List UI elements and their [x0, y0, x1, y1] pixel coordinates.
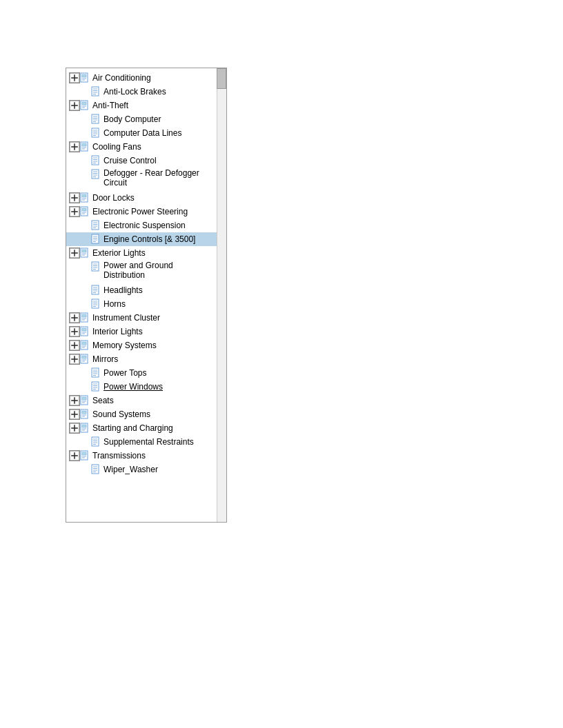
document-icon	[91, 86, 102, 97]
list-item[interactable]: Engine Controls [& 3500]	[66, 232, 217, 246]
page: Air Conditioning Anti-Lock Brakes Anti-T…	[0, 0, 563, 728]
expander-icon[interactable]	[69, 192, 80, 203]
item-label: Power Tops	[103, 368, 146, 378]
list-item[interactable]: Wiper_Washer	[66, 463, 217, 476]
expander-icon[interactable]	[69, 340, 80, 351]
list-item[interactable]: Power and Ground Distribution	[66, 260, 217, 283]
list-item[interactable]: Headlights	[66, 283, 217, 297]
list-item[interactable]: Instrument Cluster	[66, 311, 217, 325]
document-icon	[91, 381, 102, 392]
document-icon	[91, 285, 102, 296]
item-label: Memory Systems	[92, 341, 157, 350]
item-label: Door Locks	[92, 193, 135, 203]
scrollbar[interactable]	[217, 68, 226, 522]
list-item[interactable]: Anti-Theft	[66, 99, 217, 112]
document-icon	[80, 395, 91, 406]
tree-panel: Air Conditioning Anti-Lock Brakes Anti-T…	[66, 68, 227, 523]
expander-icon[interactable]	[69, 72, 80, 83]
document-icon	[80, 312, 91, 323]
svg-rect-103	[82, 328, 86, 331]
item-label: Anti-Lock Brakes	[103, 87, 166, 97]
list-item[interactable]: Sound Systems	[66, 407, 217, 421]
svg-rect-77	[92, 262, 99, 271]
document-icon	[80, 72, 91, 83]
expander-icon[interactable]	[69, 423, 80, 434]
list-item[interactable]: Power Tops	[66, 366, 217, 380]
expander-icon[interactable]	[69, 100, 80, 111]
item-label: Cruise Control	[103, 156, 157, 165]
list-item[interactable]: Cooling Fans	[66, 140, 217, 154]
svg-rect-151	[92, 437, 99, 446]
item-label: Supplemental Restraints	[103, 437, 194, 447]
expander-icon[interactable]	[69, 326, 80, 337]
list-item[interactable]: Anti-Lock Brakes	[66, 85, 217, 99]
document-icon	[80, 340, 91, 351]
item-label: Mirrors	[92, 354, 118, 364]
svg-rect-19	[92, 114, 99, 123]
svg-rect-148	[82, 425, 86, 427]
document-icon	[91, 234, 102, 245]
item-label: Engine Controls [& 3500]	[103, 234, 195, 244]
item-label: Starting and Charging	[92, 423, 173, 433]
item-label: Interior Lights	[92, 327, 143, 336]
list-item[interactable]: Power Windows	[66, 380, 217, 394]
item-label: Defogger - Rear Defogger Circuit	[103, 168, 214, 188]
document-icon	[91, 367, 102, 378]
svg-rect-33	[82, 143, 86, 146]
item-label: Instrument Cluster	[92, 313, 160, 323]
document-icon	[80, 192, 91, 203]
list-item[interactable]: Body Computer	[66, 112, 217, 126]
list-item[interactable]: Electronic Suspension	[66, 219, 217, 232]
item-label: Transmissions	[92, 451, 146, 461]
item-label: Headlights	[103, 285, 143, 295]
list-item[interactable]: Memory Systems	[66, 338, 217, 352]
document-icon	[80, 409, 91, 420]
svg-rect-74	[82, 250, 86, 252]
expander-icon[interactable]	[69, 206, 80, 217]
svg-rect-60	[92, 221, 99, 230]
item-label: Computer Data Lines	[103, 128, 181, 138]
svg-rect-4	[82, 74, 86, 77]
list-item[interactable]: Defogger - Rear Defogger Circuit	[66, 168, 217, 191]
item-label: Power and Ground Distribution	[103, 260, 214, 280]
expander-icon[interactable]	[69, 409, 80, 420]
list-item[interactable]: Interior Lights	[66, 325, 217, 338]
list-item[interactable]: Cruise Control	[66, 154, 217, 168]
list-item[interactable]: Electronic Power Steering	[66, 205, 217, 219]
svg-rect-160	[82, 452, 86, 455]
list-item[interactable]: Starting and Charging	[66, 421, 217, 435]
svg-rect-125	[92, 382, 99, 391]
item-label: Electronic Power Steering	[92, 207, 188, 216]
scrollbar-thumb[interactable]	[217, 68, 226, 89]
expander-icon[interactable]	[69, 450, 80, 461]
svg-rect-134	[82, 397, 86, 400]
item-label: Anti-Theft	[92, 101, 128, 110]
item-label: Body Computer	[103, 114, 161, 124]
list-item[interactable]: Door Locks	[66, 191, 217, 205]
list-item[interactable]: Supplemental Restraints	[66, 435, 217, 449]
list-item[interactable]: Transmissions	[66, 449, 217, 463]
expander-icon[interactable]	[69, 395, 80, 406]
expander-icon[interactable]	[69, 312, 80, 323]
list-item[interactable]: Air Conditioning	[66, 71, 217, 85]
document-icon	[91, 261, 102, 272]
item-label: Electronic Suspension	[103, 221, 186, 230]
svg-rect-120	[92, 368, 99, 377]
list-item[interactable]: Horns	[66, 297, 217, 311]
document-icon	[91, 464, 102, 475]
item-label: Power Windows	[103, 382, 163, 392]
document-icon	[91, 169, 102, 180]
expander-icon[interactable]	[69, 354, 80, 365]
svg-rect-110	[82, 342, 86, 345]
list-item[interactable]: Computer Data Lines	[66, 126, 217, 140]
list-item[interactable]: Seats	[66, 394, 217, 407]
list-item[interactable]: Exterior Lights	[66, 246, 217, 260]
expander-icon[interactable]	[69, 141, 80, 152]
svg-rect-163	[92, 465, 99, 474]
list-item[interactable]: Mirrors	[66, 352, 217, 366]
svg-rect-87	[92, 299, 99, 308]
svg-rect-141	[82, 411, 86, 414]
svg-rect-16	[82, 102, 86, 105]
expander-icon[interactable]	[69, 247, 80, 259]
item-label: Seats	[92, 396, 114, 405]
